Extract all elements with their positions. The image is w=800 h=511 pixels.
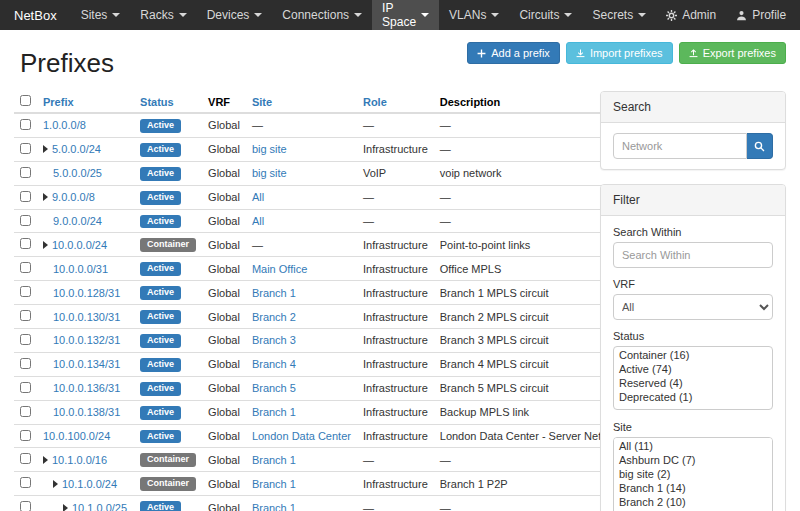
- prefix-link[interactable]: 10.0.0.136/31: [53, 382, 120, 394]
- expand-caret-icon[interactable]: [43, 456, 48, 464]
- prefix-link[interactable]: 10.0.0.134/31: [53, 358, 120, 370]
- search-input[interactable]: [613, 133, 747, 159]
- sort-link-role[interactable]: Role: [363, 96, 387, 108]
- site-link[interactable]: Branch 5: [252, 382, 296, 394]
- sort-link-prefix[interactable]: Prefix: [43, 96, 74, 108]
- prefix-link[interactable]: 10.0.0.0/31: [53, 263, 108, 275]
- row-checkbox[interactable]: [20, 501, 31, 511]
- vrf-cell: Global: [202, 185, 246, 209]
- prefix-link[interactable]: 10.0.0.132/31: [53, 334, 120, 346]
- export-prefixes-button[interactable]: Export prefixes: [679, 42, 786, 64]
- checkbox-cell: [14, 185, 37, 209]
- table-row: 9.0.0.0/8ActiveGlobalAll——: [14, 185, 630, 209]
- row-checkbox[interactable]: [20, 191, 31, 202]
- site-cell: Branch 1: [246, 472, 357, 496]
- nav-item-sites[interactable]: Sites: [71, 0, 131, 30]
- prefix-cell: 10.0.0.132/31: [37, 329, 134, 353]
- row-checkbox[interactable]: [20, 215, 31, 226]
- nav-item-ip-space[interactable]: IP Space: [372, 0, 439, 30]
- row-checkbox[interactable]: [20, 262, 31, 273]
- site-link[interactable]: Main Office: [252, 263, 307, 275]
- select-all-checkbox[interactable]: [20, 95, 31, 106]
- row-checkbox[interactable]: [20, 477, 31, 488]
- site-select[interactable]: All (11)Ashburn DC (7)big site (2)Branch…: [613, 437, 773, 511]
- site-link[interactable]: All: [252, 191, 264, 203]
- prefix-link[interactable]: 9.0.0.0/24: [53, 215, 102, 227]
- site-link[interactable]: Branch 2: [252, 311, 296, 323]
- row-checkbox[interactable]: [20, 310, 31, 321]
- row-checkbox[interactable]: [20, 358, 31, 369]
- prefix-link[interactable]: 5.0.0.0/24: [52, 143, 101, 155]
- prefix-link[interactable]: 10.0.0.138/31: [53, 406, 120, 418]
- prefix-link[interactable]: 10.0.0.130/31: [53, 311, 120, 323]
- row-checkbox[interactable]: [20, 406, 31, 417]
- role-cell: Infrastructure: [357, 305, 434, 329]
- nav-admin-link[interactable]: Admin: [656, 0, 726, 30]
- row-checkbox[interactable]: [20, 430, 31, 441]
- nav-item-vlans[interactable]: VLANs: [439, 0, 509, 30]
- status-select[interactable]: Container (16)Active (74)Reserved (4)Dep…: [613, 346, 773, 410]
- role-cell: —: [357, 113, 434, 137]
- row-checkbox[interactable]: [20, 167, 31, 178]
- nav-item-devices[interactable]: Devices: [197, 0, 273, 30]
- row-checkbox[interactable]: [20, 286, 31, 297]
- prefix-link[interactable]: 9.0.0.0/8: [52, 191, 95, 203]
- prefix-link[interactable]: 10.0.0.128/31: [53, 287, 120, 299]
- checkbox-cell: [14, 376, 37, 400]
- nav-item-circuits[interactable]: Circuits: [509, 0, 582, 30]
- expand-caret-icon[interactable]: [63, 504, 68, 511]
- expand-caret-icon[interactable]: [53, 480, 58, 488]
- row-checkbox[interactable]: [20, 238, 31, 249]
- site-link[interactable]: Branch 1: [252, 502, 296, 511]
- import-prefixes-button[interactable]: Import prefixes: [566, 42, 673, 64]
- prefix-cell: 5.0.0.0/25: [37, 161, 134, 185]
- prefix-link[interactable]: 10.0.0.0/24: [52, 239, 107, 251]
- status-badge: Active: [140, 430, 181, 444]
- row-checkbox[interactable]: [20, 382, 31, 393]
- prefix-cell: 10.0.0.0/31: [37, 257, 134, 281]
- search-button[interactable]: [747, 133, 773, 159]
- status-badge: Active: [140, 191, 181, 205]
- row-checkbox[interactable]: [20, 453, 31, 464]
- expand-caret-icon[interactable]: [43, 193, 48, 201]
- expand-caret-icon[interactable]: [43, 145, 48, 153]
- app-brand[interactable]: NetBox: [0, 0, 71, 30]
- sort-link-status[interactable]: Status: [140, 96, 174, 108]
- vrf-select[interactable]: All: [613, 294, 773, 320]
- sort-link-site[interactable]: Site: [252, 96, 272, 108]
- prefix-link[interactable]: 1.0.0.0/8: [43, 119, 86, 131]
- site-link[interactable]: Branch 1: [252, 287, 296, 299]
- prefix-link[interactable]: 10.1.0.0/24: [62, 478, 117, 490]
- nav-item-label: IP Space: [382, 1, 416, 29]
- expand-caret-icon[interactable]: [43, 241, 48, 249]
- row-checkbox[interactable]: [20, 334, 31, 345]
- site-link[interactable]: big site: [252, 143, 287, 155]
- site-link[interactable]: London Data Center: [252, 430, 351, 442]
- site-link[interactable]: Branch 3: [252, 334, 296, 346]
- nav-profile-link[interactable]: Profile: [726, 0, 796, 30]
- status-badge: Container: [140, 477, 196, 491]
- table-row: 9.0.0.0/24ActiveGlobalAll——: [14, 209, 630, 233]
- column-header-status: Status: [134, 91, 202, 113]
- nav-item-racks[interactable]: Racks: [130, 0, 196, 30]
- prefix-link[interactable]: 10.0.100.0/24: [43, 430, 110, 442]
- site-link[interactable]: Branch 4: [252, 358, 296, 370]
- site-link[interactable]: big site: [252, 167, 287, 179]
- site-link[interactable]: Branch 1: [252, 478, 296, 490]
- site-link[interactable]: All: [252, 215, 264, 227]
- nav-log-out-link[interactable]: Log out: [796, 0, 800, 30]
- search-within-input[interactable]: [613, 242, 773, 268]
- row-checkbox[interactable]: [20, 143, 31, 154]
- status-cell: Active: [134, 329, 202, 353]
- site-link[interactable]: Branch 1: [252, 406, 296, 418]
- nav-item-connections[interactable]: Connections: [272, 0, 372, 30]
- prefix-link[interactable]: 10.1.0.0/16: [52, 454, 107, 466]
- prefix-link[interactable]: 10.1.0.0/25: [72, 502, 127, 511]
- prefix-link[interactable]: 5.0.0.0/25: [53, 167, 102, 179]
- add-a-prefix-button[interactable]: Add a prefix: [467, 42, 560, 64]
- nav-item-secrets[interactable]: Secrets: [582, 0, 656, 30]
- site-link[interactable]: Branch 1: [252, 454, 296, 466]
- filter-panel: Filter Search Within VRF All Status Cont…: [600, 184, 786, 511]
- nav-item-label: Profile: [752, 8, 786, 22]
- row-checkbox[interactable]: [20, 119, 31, 130]
